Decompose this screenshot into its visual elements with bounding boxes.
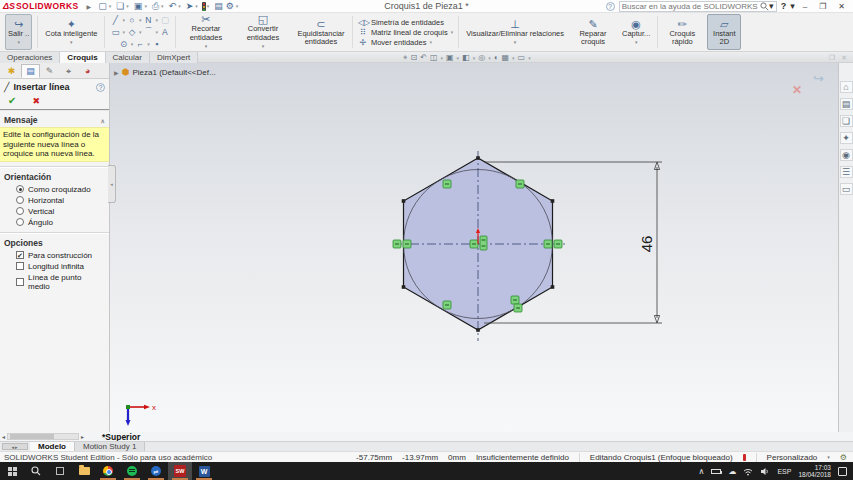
checkbox-icon[interactable]: ✔ bbox=[16, 251, 24, 259]
close-button[interactable]: ✕ bbox=[834, 2, 849, 11]
tab-calcular[interactable]: Calcular bbox=[106, 52, 150, 63]
horizontal-scrollbar[interactable] bbox=[7, 433, 79, 440]
arc-tool-icon[interactable]: ⌒ bbox=[143, 26, 153, 38]
undo-icon[interactable]: ↶ bbox=[168, 2, 178, 11]
hide-show-caret-icon[interactable]: ▾ bbox=[488, 55, 491, 61]
task-view-button[interactable] bbox=[48, 462, 72, 480]
rebuild-icon[interactable] bbox=[202, 2, 206, 11]
move-entities-button[interactable]: ✢ Mover entidades ▾ bbox=[358, 38, 432, 47]
ellipse-caret-icon[interactable]: ▾ bbox=[131, 41, 134, 47]
help-caret-icon[interactable]: ▾ bbox=[790, 1, 795, 11]
smart-dimension-button[interactable]: ✦ Cota inteligente ▾ bbox=[43, 14, 99, 50]
help-search-input[interactable] bbox=[622, 2, 760, 11]
checkbox-icon[interactable] bbox=[16, 278, 24, 286]
orientation-section-header[interactable]: Orientación bbox=[4, 172, 51, 182]
view-settings-icon[interactable]: ▭ bbox=[518, 53, 526, 62]
display-manager-tab[interactable]: ◕ bbox=[78, 64, 97, 78]
rectangle-caret-icon[interactable]: ▾ bbox=[122, 29, 125, 35]
spline-tool-icon[interactable]: N bbox=[143, 15, 153, 25]
doc-restore-icon[interactable]: ❐ bbox=[829, 54, 835, 62]
help-menu[interactable]: ? bbox=[781, 1, 787, 11]
solidworks-taskbar-button[interactable]: SW bbox=[168, 462, 192, 480]
linear-pattern-button[interactable]: ⠿ Matriz lineal de croquis ▾ bbox=[358, 28, 453, 37]
search-caret-icon[interactable]: ▾ bbox=[769, 1, 774, 11]
print-caret-icon[interactable]: ▾ bbox=[161, 3, 164, 9]
exit-sketch-button[interactable]: ↪ Salir .. ▾ bbox=[5, 14, 32, 50]
save-caret-icon[interactable]: ▾ bbox=[144, 3, 147, 9]
units-profile[interactable]: Personalizado bbox=[767, 453, 818, 462]
units-caret-icon[interactable]: ▾ bbox=[827, 454, 830, 460]
search-icon[interactable] bbox=[760, 2, 769, 11]
display-style-caret-icon[interactable]: ▾ bbox=[473, 55, 476, 61]
edit-appearance-icon[interactable]: ◐ bbox=[494, 53, 499, 62]
mirror-entities-button[interactable]: ◁▷ Simetría de entidades bbox=[358, 18, 444, 27]
speaker-icon[interactable] bbox=[760, 467, 770, 476]
circle-tool-icon[interactable]: ○ bbox=[127, 15, 137, 25]
panel-flyout-handle[interactable]: ◂ bbox=[108, 165, 116, 203]
custom-properties-icon[interactable]: ☰ bbox=[840, 166, 853, 178]
new-document-icon[interactable]: ▢ bbox=[97, 2, 108, 11]
select-icon[interactable]: ➤ bbox=[185, 2, 195, 11]
rapid-sketch-button[interactable]: ✏ Croquis rápido bbox=[663, 14, 701, 50]
battery-icon[interactable] bbox=[711, 469, 721, 474]
scene-caret-icon[interactable]: ▾ bbox=[512, 55, 515, 61]
action-center-icon[interactable] bbox=[838, 467, 847, 476]
start-button[interactable] bbox=[0, 462, 24, 480]
offset-entities-button[interactable]: ⊂ Equidistanciar entidades bbox=[295, 14, 347, 50]
exit-sketch-corner-icon[interactable]: ↪ bbox=[813, 71, 824, 86]
checkbox-icon[interactable] bbox=[16, 262, 24, 270]
teamviewer-button[interactable]: ⇄ bbox=[144, 462, 168, 480]
word-button[interactable]: W bbox=[192, 462, 216, 480]
check-linea-punto-medio[interactable]: Línea de punto medio bbox=[0, 272, 109, 292]
help-bubble-icon[interactable]: ? bbox=[606, 2, 615, 11]
radio-icon[interactable] bbox=[16, 207, 24, 215]
ellipse-tool-icon[interactable]: ⊙ bbox=[119, 39, 129, 49]
menu-flyout-icon[interactable]: ▶ bbox=[87, 3, 92, 10]
tab-dimxpert[interactable]: DimXpert bbox=[150, 52, 198, 63]
rectangle-tool-icon[interactable]: ▭ bbox=[110, 27, 120, 37]
view-palette-icon[interactable]: ✦ bbox=[840, 132, 853, 144]
scroll-right-icon[interactable]: ▸ bbox=[79, 433, 86, 440]
point-tool-icon[interactable]: ▪ bbox=[152, 39, 162, 49]
forum-icon[interactable]: ▭ bbox=[840, 183, 853, 195]
spline-caret-icon[interactable]: ▾ bbox=[155, 17, 158, 23]
chrome-button[interactable] bbox=[96, 462, 120, 480]
motion-study-tab[interactable]: Motion Study 1 bbox=[75, 442, 145, 451]
file-explorer-button[interactable] bbox=[72, 462, 96, 480]
spotify-button[interactable] bbox=[120, 462, 144, 480]
new-caret-icon[interactable]: ▾ bbox=[109, 3, 112, 9]
design-library-icon[interactable]: ▤ bbox=[840, 98, 853, 110]
line-caret-icon[interactable]: ▾ bbox=[122, 17, 125, 23]
previous-view-icon[interactable]: ↶ bbox=[420, 53, 427, 62]
section-caret-icon[interactable]: ▾ bbox=[440, 55, 443, 61]
fillet-caret-icon[interactable]: ▾ bbox=[147, 41, 150, 47]
scrollbar-thumb[interactable] bbox=[10, 434, 54, 439]
configuration-manager-tab[interactable]: ✎ bbox=[40, 64, 59, 78]
radio-horizontal[interactable]: Horizontal bbox=[0, 195, 109, 206]
display-style-icon[interactable]: ◧ bbox=[462, 53, 470, 62]
radio-icon[interactable] bbox=[16, 196, 24, 204]
capture-button[interactable]: ◉ Captur... ▾ bbox=[620, 14, 652, 50]
wifi-icon[interactable] bbox=[743, 467, 753, 476]
dimension-value[interactable]: 46 bbox=[638, 236, 655, 253]
check-longitud-infinita[interactable]: Longitud infinita bbox=[0, 261, 109, 272]
tab-scroll-buttons[interactable]: ◂▸ bbox=[2, 443, 28, 450]
panel-help-icon[interactable]: ? bbox=[96, 83, 105, 92]
property-manager-tab[interactable]: ▤ bbox=[21, 64, 40, 78]
options-section-header[interactable]: Opciones bbox=[4, 238, 43, 248]
rebuild-caret-icon[interactable]: ▾ bbox=[207, 3, 210, 9]
fillet-tool-icon[interactable]: ⌐ bbox=[135, 39, 145, 49]
view-settings-caret-icon[interactable]: ▾ bbox=[528, 55, 531, 61]
restore-button[interactable]: ❐ bbox=[815, 2, 830, 11]
tray-chevron-icon[interactable]: ∧ bbox=[699, 467, 705, 476]
print-icon[interactable]: ⎙ bbox=[151, 2, 160, 11]
resources-home-icon[interactable]: ⌂ bbox=[840, 81, 853, 93]
trim-entities-button[interactable]: ✂ Recortar entidades ▾ bbox=[181, 14, 231, 50]
feature-manager-tab[interactable]: ✱ bbox=[2, 64, 21, 78]
check-para-construccion[interactable]: ✔ Para construcción bbox=[0, 250, 109, 261]
cancel-sketch-corner-icon[interactable]: ✕ bbox=[792, 83, 802, 97]
collapse-icon[interactable]: ∧ bbox=[101, 117, 105, 124]
zoom-area-icon[interactable]: ⊡ bbox=[411, 53, 418, 62]
circle-caret-icon[interactable]: ▾ bbox=[139, 17, 142, 23]
open-icon[interactable]: ❏ bbox=[115, 2, 125, 11]
